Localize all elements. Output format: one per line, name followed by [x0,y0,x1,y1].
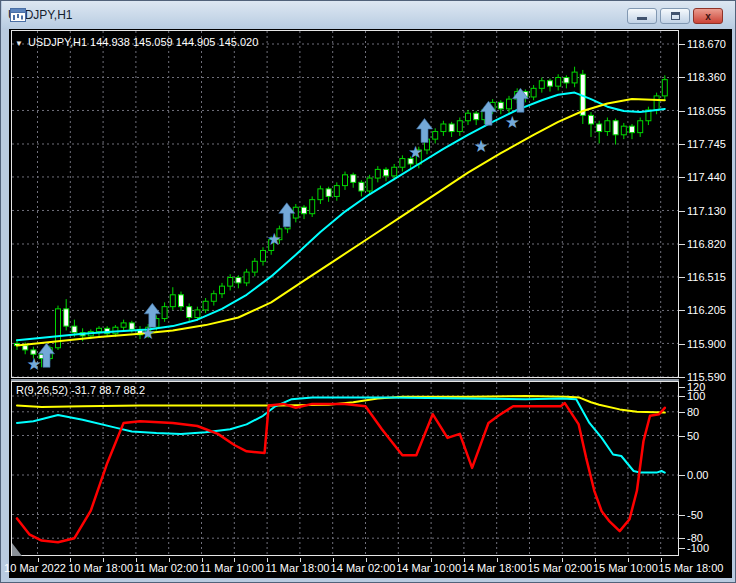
time-axis-label: 11 Mar 02:00 [134,562,198,574]
axis-tick [497,558,498,562]
candle-body [589,115,594,124]
time-axis-label: 14 Mar 10:00 [396,562,461,574]
candle-body [662,80,667,96]
titlebar[interactable]: USDJPY,H1 x [2,1,735,28]
axis-tick [679,515,685,516]
candle-body [195,310,200,318]
indicator-axis-label: -100 [687,542,709,554]
axis-tick [366,558,367,562]
time-axis-label: 14 Mar 02:00 [331,562,396,574]
price-axis-label: 116.820 [687,238,726,250]
star-icon: ★ [267,229,282,249]
indicator-plot[interactable] [11,381,679,556]
candle-body [564,78,569,83]
axis-tick [679,310,685,311]
axis-tick [679,538,685,539]
candle-body [343,175,348,186]
candle-body [359,182,364,191]
price-axis-label: 117.130 [687,205,726,217]
star-icon: ★ [408,142,423,162]
axis-tick [679,387,685,388]
price-axis-label: 118.360 [687,71,726,83]
candle-body [170,295,175,307]
plot-border [12,31,679,378]
close-button[interactable]: x [693,8,723,24]
star-icon: ★ [27,354,42,374]
candle-body [326,189,331,197]
axis-tick [595,558,596,562]
axis-tick [679,177,685,178]
time-axis-label: 11 Mar 18:00 [265,562,329,574]
indicator-axis-label: -50 [687,509,703,521]
candle-body [638,121,643,133]
time-axis-label: 10 Mar 18:00 [68,562,133,574]
axis-tick [169,558,170,562]
candle-body [384,169,389,175]
time-axis-label: 15 Mar 02:00 [527,562,592,574]
candle-body [654,96,659,110]
candle-body [64,309,69,326]
candle-body [466,113,471,121]
time-axis-label: 10 Mar 2022 [4,562,66,574]
star-icon: ★ [473,136,488,156]
star-icon: ★ [141,323,156,343]
window-icon [10,7,26,23]
axis-tick [562,558,563,562]
candle-body [351,175,356,183]
price-axis-label: 116.205 [687,304,726,316]
restore-button[interactable] [660,8,690,24]
axis-tick [679,475,685,476]
candle-body [187,307,192,318]
axis-tick [661,558,662,562]
candle-body [23,346,28,350]
indicator-axis-label: 50 [687,430,699,442]
axis-tick [38,558,39,562]
candle-body [400,159,405,168]
axis-tick [398,558,399,562]
candle-body [375,169,380,178]
candle-body [261,250,266,261]
candle-body [228,277,233,286]
candle-body [334,186,339,197]
candle-body [310,200,315,214]
axis-tick [234,558,235,562]
candle-body [433,132,438,140]
candle-body [556,78,561,87]
axis-tick [103,558,104,562]
axis-tick [628,558,629,562]
axis-tick [679,111,685,112]
axis-tick [530,558,531,562]
axis-tick [70,558,71,562]
candle-body [449,124,454,132]
axis-tick [679,396,685,397]
axis-tick [333,558,334,562]
chart-window: USDJPY,H1 x ★★★★★★ ▼USDJPY,H1 144.938 14… [0,0,736,583]
indicator-axis-label: 100 [687,390,705,402]
indicator-axis-label: 0.00 [687,469,708,481]
candle-body [605,121,610,132]
candle-body [236,277,241,282]
panel-grip-icon[interactable] [12,543,22,556]
plot-border [12,382,679,556]
main-chart-plot[interactable]: ★★★★★★ [11,30,679,378]
candle-body [613,121,618,135]
axis-tick [679,77,685,78]
time-axis-label: 14 Mar 18:00 [462,562,527,574]
minimize-button[interactable] [627,8,657,24]
price-axis-label: 118.670 [687,38,726,50]
axis-tick [431,558,432,562]
candle-body [441,124,446,132]
candle-body [318,189,323,200]
axis-tick [679,277,685,278]
candle-body [252,261,257,272]
ma-slow-line [17,99,665,346]
price-axis-label: 116.515 [687,271,726,283]
time-axis[interactable]: 10 Mar 202210 Mar 18:0011 Mar 02:0011 Ma… [1,557,736,579]
axis-tick [679,377,685,378]
minimize-icon [637,17,647,20]
candle-body [203,301,208,310]
chart-ohlc-text: USDJPY,H1 144.938 145.059 144.905 145.02… [28,36,258,48]
candle-body [630,126,635,132]
candle-body [302,207,307,213]
axis-tick [679,144,685,145]
